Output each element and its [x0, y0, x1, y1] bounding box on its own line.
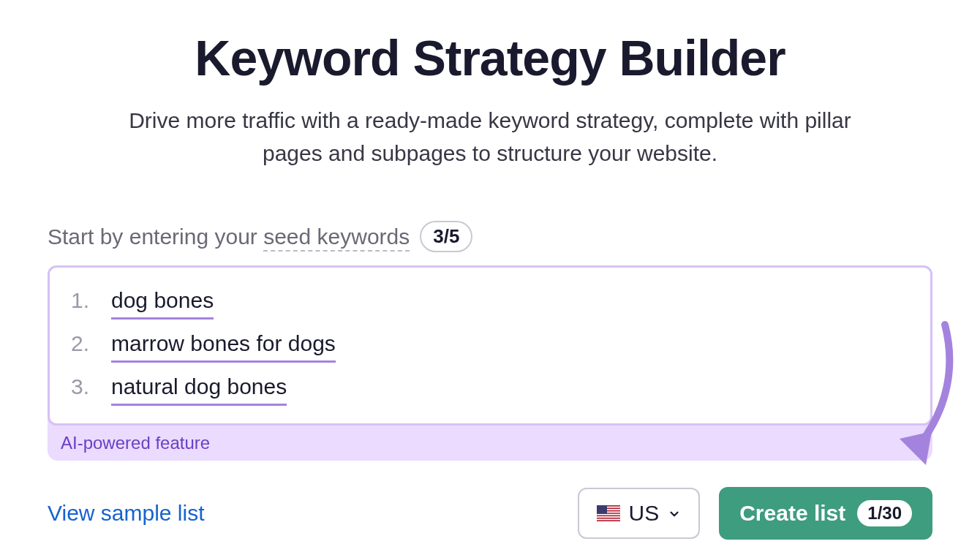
seed-prompt-prefix: Start by entering your: [48, 224, 263, 249]
page-subtitle: Drive more traffic with a ready-made key…: [124, 104, 856, 170]
keyword-row[interactable]: 1. dog bones: [67, 281, 913, 324]
svg-rect-5: [597, 516, 620, 518]
page-title: Keyword Strategy Builder: [48, 29, 932, 86]
us-flag-icon: [597, 505, 620, 521]
svg-rect-7: [597, 505, 607, 514]
country-select[interactable]: US: [578, 488, 701, 539]
ai-powered-label: AI-powered feature: [48, 426, 932, 453]
create-list-label: Create list: [739, 501, 845, 526]
svg-rect-4: [597, 514, 620, 515]
keyword-row[interactable]: 2. marrow bones for dogs: [67, 324, 913, 367]
seed-prompt-row: Start by entering your seed keywords 3/5: [48, 221, 932, 252]
seed-keywords-term[interactable]: seed keywords: [263, 224, 410, 252]
seed-input-box[interactable]: 1. dog bones 2. marrow bones for dogs 3.…: [48, 265, 932, 426]
keyword-text[interactable]: natural dog bones: [111, 371, 287, 406]
create-list-badge: 1/30: [857, 500, 912, 526]
create-list-button[interactable]: Create list 1/30: [719, 487, 932, 540]
keyword-row[interactable]: 3. natural dog bones: [67, 367, 913, 410]
keyword-text[interactable]: dog bones: [111, 285, 214, 320]
keyword-text[interactable]: marrow bones for dogs: [111, 328, 336, 363]
view-sample-link[interactable]: View sample list: [48, 501, 205, 526]
seed-input-wrap: 1. dog bones 2. marrow bones for dogs 3.…: [48, 265, 932, 461]
keyword-number: 1.: [67, 288, 89, 313]
svg-rect-6: [597, 519, 620, 521]
seed-prompt: Start by entering your seed keywords: [48, 224, 410, 249]
chevron-down-icon: [668, 501, 681, 526]
country-code: US: [629, 501, 660, 526]
footer-row: View sample list US: [48, 487, 932, 540]
right-controls: US Create list 1/30: [578, 487, 932, 540]
seed-counter-pill: 3/5: [420, 221, 472, 252]
keyword-number: 3.: [67, 374, 89, 399]
keyword-number: 2.: [67, 331, 89, 356]
